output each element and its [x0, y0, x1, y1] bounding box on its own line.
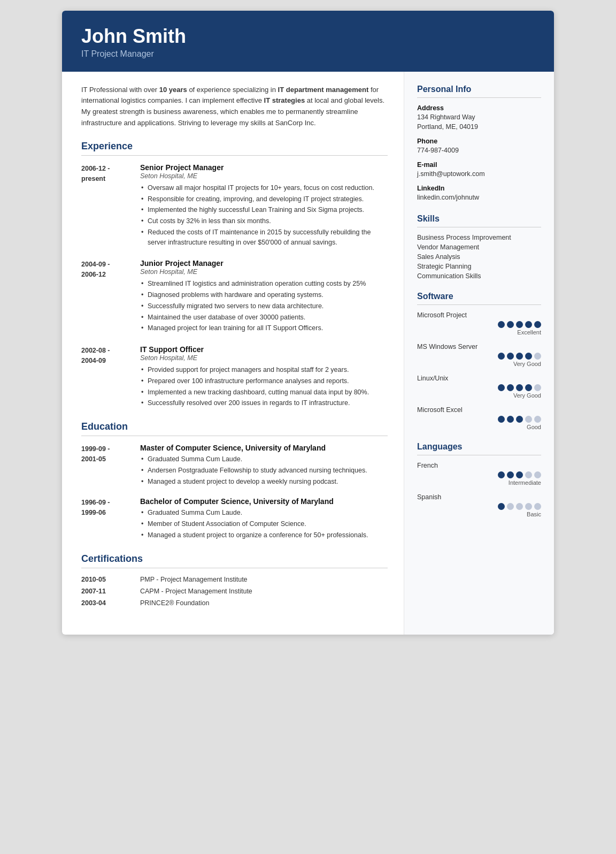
dot	[525, 471, 532, 478]
header: John Smith IT Project Manager	[62, 11, 554, 72]
software-rating-1	[417, 353, 541, 360]
software-entry-0: Microsoft Project Excellent	[417, 311, 541, 336]
cert-name-1: PMP - Project Management Institute	[140, 576, 388, 583]
edu-bullet: Graduated Summa Cum Laude.	[140, 508, 388, 518]
dot	[498, 503, 505, 510]
skill-item-1: Vendor Management	[417, 243, 541, 251]
exp-bullets-3: Provided support for project managers an…	[140, 365, 388, 408]
experience-title: Experience	[81, 141, 388, 152]
software-entry-3: Microsoft Excel Good	[417, 406, 541, 430]
exp-job-title-2: Junior Project Manager	[140, 259, 388, 268]
exp-bullet: Reduced the costs of IT maintenance in 2…	[140, 227, 388, 248]
dot	[498, 416, 505, 423]
experience-divider	[81, 155, 388, 156]
personal-info-title: Personal Info	[417, 85, 541, 94]
cert-date-1: 2010-05	[81, 576, 140, 583]
email-value: j.smith@uptowork.com	[417, 169, 541, 179]
lang-rating-0	[417, 471, 541, 478]
exp-bullet: Responsible for creating, improving, and…	[140, 194, 388, 204]
lang-rating-1	[417, 503, 541, 510]
software-name-1: MS Windows Server	[417, 343, 541, 350]
software-section: Software Microsoft Project Excellent MS …	[417, 292, 541, 430]
personal-info-section: Personal Info Address 134 Rightward WayP…	[417, 85, 541, 203]
cert-date-3: 2003-04	[81, 599, 140, 607]
dot	[516, 353, 523, 360]
edu-entry-2: 1996-09 -1999-06 Bachelor of Computer Sc…	[81, 497, 388, 541]
edu-date-1: 1999-09 -2001-05	[81, 444, 140, 487]
dot	[525, 321, 532, 328]
dot	[507, 503, 514, 510]
main-column: IT Professional with over 10 years of ex…	[62, 72, 404, 635]
education-section: Education 1999-09 -2001-05 Master of Com…	[81, 421, 388, 542]
exp-bullet: Streamlined IT logistics and administrat…	[140, 279, 388, 289]
software-name-3: Microsoft Excel	[417, 406, 541, 414]
experience-section: Experience 2006-12 -present Senior Proje…	[81, 141, 388, 409]
cert-name-2: CAPM - Project Management Institute	[140, 588, 388, 595]
exp-bullet: Prepared over 100 infrastructure perform…	[140, 376, 388, 386]
edu-content-2: Bachelor of Computer Science, University…	[140, 497, 388, 541]
software-entry-1: MS Windows Server Very Good	[417, 343, 541, 367]
body-wrapper: IT Professional with over 10 years of ex…	[62, 72, 554, 635]
edu-bullet: Managed a student project to organize a …	[140, 530, 388, 540]
exp-content-1: Senior Project Manager Seton Hospital, M…	[140, 163, 388, 249]
languages-divider	[417, 455, 541, 455]
software-rating-3	[417, 416, 541, 423]
dot	[498, 471, 505, 478]
dot	[507, 353, 514, 360]
skill-item-3: Strategic Planning	[417, 263, 541, 270]
edu-bullets-2: Graduated Summa Cum Laude. Member of Stu…	[140, 508, 388, 540]
dot	[534, 384, 541, 391]
exp-entry-3: 2002-08 -2004-09 IT Support Officer Seto…	[81, 345, 388, 409]
edu-bullet: Graduated Summa Cum Laude.	[140, 454, 388, 464]
exp-date-2: 2004-09 -2006-12	[81, 259, 140, 334]
exp-bullet: Maintained the user database of over 300…	[140, 312, 388, 323]
phone-label: Phone	[417, 138, 541, 145]
header-name: John Smith	[81, 26, 535, 47]
exp-company-1: Seton Hospital, ME	[140, 172, 388, 180]
phone-value: 774-987-4009	[417, 146, 541, 156]
dot	[534, 416, 541, 423]
certifications-section: Certifications 2010-05 PMP - Project Man…	[81, 553, 388, 607]
address-label: Address	[417, 104, 541, 112]
edu-entry-1: 1999-09 -2001-05 Master of Computer Scie…	[81, 444, 388, 487]
exp-company-2: Seton Hospital, ME	[140, 268, 388, 276]
dot	[525, 384, 532, 391]
skills-section: Skills Business Process Improvement Vend…	[417, 214, 541, 280]
edu-degree-1: Master of Computer Science, University o…	[140, 444, 388, 452]
skill-item-0: Business Process Improvement	[417, 234, 541, 241]
education-divider	[81, 436, 388, 436]
dot	[498, 353, 505, 360]
exp-bullet: Successfully migrated two servers to new…	[140, 301, 388, 311]
languages-title: Languages	[417, 442, 541, 452]
lang-entry-0: French Intermediate	[417, 462, 541, 486]
linkedin-label: LinkedIn	[417, 185, 541, 192]
dot	[507, 471, 514, 478]
dot	[534, 321, 541, 328]
certifications-divider	[81, 568, 388, 568]
dot	[516, 384, 523, 391]
dot	[516, 321, 523, 328]
dot	[516, 416, 523, 423]
resume-wrapper: John Smith IT Project Manager IT Profess…	[62, 11, 554, 635]
dot	[534, 503, 541, 510]
software-label-0: Excellent	[417, 329, 541, 336]
software-entry-2: Linux/Unix Very Good	[417, 375, 541, 399]
lang-name-0: French	[417, 462, 541, 469]
software-divider	[417, 304, 541, 305]
software-label-2: Very Good	[417, 392, 541, 399]
linkedin-value: linkedin.com/johnutw	[417, 193, 541, 203]
dot	[534, 353, 541, 360]
dot	[516, 503, 523, 510]
edu-bullets-1: Graduated Summa Cum Laude. Andersen Post…	[140, 454, 388, 486]
edu-degree-2: Bachelor of Computer Science, University…	[140, 497, 388, 506]
exp-job-title-1: Senior Project Manager	[140, 163, 388, 172]
software-rating-2	[417, 384, 541, 391]
exp-content-2: Junior Project Manager Seton Hospital, M…	[140, 259, 388, 334]
exp-bullets-2: Streamlined IT logistics and administrat…	[140, 279, 388, 333]
dot	[534, 471, 541, 478]
dot	[525, 503, 532, 510]
exp-bullet: Cut costs by 32% in less than six months…	[140, 216, 388, 226]
skill-item-4: Communication Skills	[417, 272, 541, 280]
exp-entry-1: 2006-12 -present Senior Project Manager …	[81, 163, 388, 249]
exp-bullet: Implemented the highly successful Lean T…	[140, 205, 388, 215]
